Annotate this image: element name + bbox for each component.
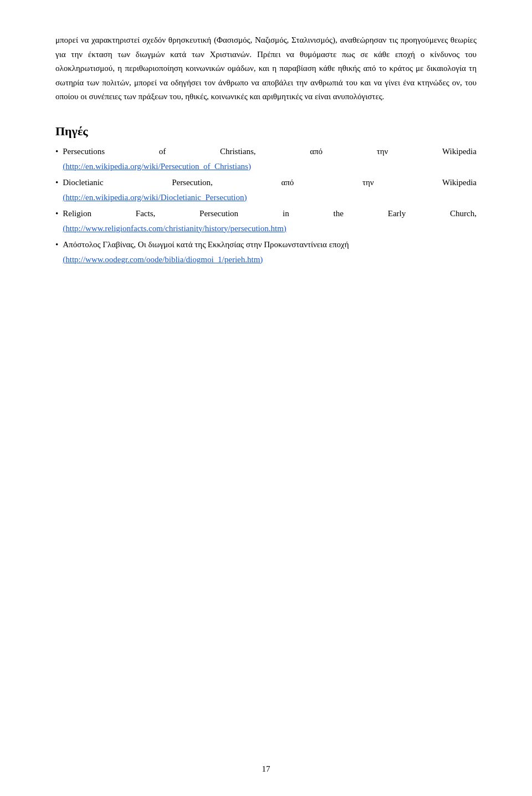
source-2-diocletianic: Diocletianic [63, 175, 103, 190]
source-1-wikipedia: Wikipedia [442, 144, 477, 159]
page: μπορεί να χαρακτηριστεί σχεδόν θρησκευτι… [0, 0, 532, 796]
source-2-wikipedia: Wikipedia [442, 175, 477, 190]
source-3-persecution: Persecution [200, 206, 238, 221]
source-1-of: of [159, 144, 166, 159]
source-1-content: Persecutions of Christians, από την Wiki… [63, 144, 477, 174]
source-1-persecutions: Persecutions [63, 144, 105, 159]
list-item: • Diocletianic Persecution, από την Wiki… [55, 175, 477, 205]
sources-section: Πηγές • Persecutions of Christians, από … [55, 124, 477, 267]
source-2-apo: από [281, 175, 294, 190]
source-2-row: Diocletianic Persecution, από την Wikipe… [63, 175, 477, 190]
source-3-content: Religion Facts, Persecution in the Early… [63, 206, 477, 236]
section-heading: Πηγές [55, 124, 477, 139]
source-3-facts: Facts, [136, 206, 155, 221]
source-3-in: in [283, 206, 289, 221]
source-3-link[interactable]: (http://www.religionfacts.com/christiani… [63, 221, 477, 236]
source-1-link[interactable]: (http://en.wikipedia.org/wiki/Persecutio… [63, 159, 477, 174]
source-3-early: Early [388, 206, 406, 221]
bullet-icon: • [55, 175, 58, 190]
bullet-icon: • [55, 206, 58, 221]
list-item: • Religion Facts, Persecution in the Ear… [55, 206, 477, 236]
source-2-persecution: Persecution, [172, 175, 213, 190]
source-3-church: Church, [450, 206, 477, 221]
source-1-row: Persecutions of Christians, από την Wiki… [63, 144, 477, 159]
source-3-the: the [334, 206, 344, 221]
source-3-row: Religion Facts, Persecution in the Early… [63, 206, 477, 221]
page-number: 17 [262, 764, 270, 774]
source-4-text: Απόστολος Γλαβίνας, Οι διωγμοί κατά της … [63, 237, 477, 252]
source-1-apo: από [310, 144, 323, 159]
sources-block: • Persecutions of Christians, από την Wi… [55, 144, 477, 267]
source-1-tin: την [377, 144, 388, 159]
main-paragraph: μπορεί να χαρακτηριστεί σχεδόν θρησκευτι… [55, 33, 477, 104]
bullet-icon: • [55, 237, 58, 252]
source-2-content: Diocletianic Persecution, από την Wikipe… [63, 175, 477, 205]
list-item: • Απόστολος Γλαβίνας, Οι διωγμοί κατά τη… [55, 237, 477, 267]
source-4-content: Απόστολος Γλαβίνας, Οι διωγμοί κατά της … [63, 237, 477, 267]
source-4-link[interactable]: (http://www.oodegr.com/oode/biblia/diogm… [63, 252, 477, 267]
source-2-link[interactable]: (http://en.wikipedia.org/wiki/Diocletian… [63, 190, 477, 205]
source-2-tin: την [362, 175, 374, 190]
source-1-christians: Christians, [220, 144, 256, 159]
list-item: • Persecutions of Christians, από την Wi… [55, 144, 477, 174]
source-3-religion: Religion [63, 206, 91, 221]
bullet-icon: • [55, 144, 58, 159]
